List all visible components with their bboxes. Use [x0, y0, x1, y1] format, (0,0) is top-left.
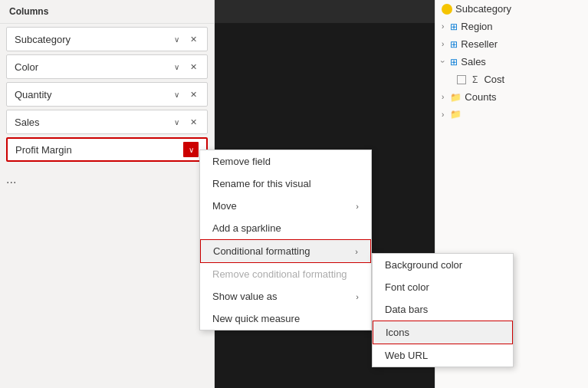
context-menu-secondary: Background color Font color Data bars Ic… — [372, 253, 514, 367]
field-item-extra[interactable]: › 📁 — [435, 106, 588, 123]
ellipsis-button[interactable]: ... — [6, 173, 16, 186]
chevron-subcategory[interactable]: ∨ — [169, 31, 184, 47]
column-item-color: Color ∨ ✕ — [6, 54, 208, 79]
table-icon-sales: ⊞ — [450, 57, 458, 67]
column-label-sales: Sales — [15, 117, 169, 128]
column-item-sales: Sales ∨ ✕ — [6, 110, 208, 134]
chevron-sales[interactable]: ∨ — [169, 114, 184, 130]
submenu-item-data-bars[interactable]: Data bars — [373, 298, 513, 321]
chevron-profit-margin[interactable]: ∨ — [183, 142, 199, 157]
arrow-show-value: › — [356, 292, 359, 301]
arrow-conditional: › — [355, 247, 358, 256]
expand-icon-sales: › — [439, 61, 447, 63]
field-label-region: Region — [461, 21, 492, 32]
chevron-color[interactable]: ∨ — [169, 59, 184, 74]
submenu-item-web-url[interactable]: Web URL — [373, 344, 513, 367]
field-item-cost[interactable]: Σ Cost — [435, 71, 588, 88]
table-icon-region: ⊞ — [450, 21, 458, 32]
field-label-cost: Cost — [484, 74, 504, 85]
field-item-reseller[interactable]: › ⊞ Reseller — [435, 35, 588, 53]
checked-icon-subcategory — [442, 4, 452, 15]
column-item-quantity: Quantity ∨ ✕ — [6, 82, 208, 107]
column-item-profit-margin: Profit Margin ∨ — [6, 137, 208, 162]
expand-icon-extra: › — [442, 110, 444, 119]
column-actions-subcategory: ∨ ✕ — [169, 31, 199, 47]
context-menu-primary: Remove field Rename for this visual Move… — [199, 150, 372, 330]
column-label-color: Color — [15, 61, 169, 73]
expand-icon-counts: › — [442, 93, 444, 101]
chevron-quantity[interactable]: ∨ — [169, 87, 184, 102]
field-item-sales[interactable]: › ⊞ Sales — [435, 53, 588, 71]
column-label-quantity: Quantity — [15, 89, 169, 100]
column-item-subcategory: Subcategory ∨ ✕ — [6, 27, 208, 51]
expand-icon-reseller: › — [442, 40, 444, 48]
submenu-item-icons[interactable]: Icons — [373, 321, 513, 344]
close-subcategory[interactable]: ✕ — [187, 33, 199, 45]
folder-icon-counts: 📁 — [450, 92, 462, 103]
submenu-item-font-color[interactable]: Font color — [373, 276, 513, 298]
menu-item-rename[interactable]: Rename for this visual — [200, 173, 371, 195]
main-container: Columns Subcategory ∨ ✕ Color ∨ ✕ Quanti… — [0, 0, 588, 388]
columns-header: Columns — [0, 0, 214, 24]
menu-item-conditional-formatting[interactable]: Conditional formatting › — [200, 239, 371, 263]
field-label-counts: Counts — [465, 91, 496, 103]
menu-item-remove-field[interactable]: Remove field — [200, 150, 371, 173]
field-item-counts[interactable]: › 📁 Counts — [435, 88, 588, 106]
close-sales[interactable]: ✕ — [187, 116, 199, 128]
menu-item-show-value-as[interactable]: Show value as › — [200, 285, 371, 307]
column-label-profit-margin: Profit Margin — [15, 144, 183, 156]
field-label-reseller: Reseller — [461, 38, 498, 50]
close-quantity[interactable]: ✕ — [187, 88, 199, 100]
expand-icon-region: › — [442, 22, 444, 31]
menu-item-add-sparkline[interactable]: Add a sparkline — [200, 217, 371, 239]
column-label-subcategory: Subcategory — [15, 34, 169, 45]
field-item-subcategory[interactable]: Subcategory — [435, 0, 588, 18]
table-icon-reseller: ⊞ — [450, 39, 458, 50]
arrow-move: › — [356, 202, 359, 211]
left-panel: Columns Subcategory ∨ ✕ Color ∨ ✕ Quanti… — [0, 0, 215, 388]
column-actions-sales: ∨ ✕ — [169, 114, 199, 130]
column-actions-profit-margin: ∨ — [183, 142, 199, 157]
folder-icon-extra: 📁 — [450, 109, 462, 120]
menu-item-move[interactable]: Move › — [200, 195, 371, 217]
close-color[interactable]: ✕ — [187, 61, 199, 73]
menu-item-new-quick-measure[interactable]: New quick measure — [200, 307, 371, 330]
sigma-icon-cost: Σ — [472, 74, 478, 85]
field-label-subcategory: Subcategory — [455, 3, 511, 15]
checked-icon-cost — [457, 75, 466, 84]
menu-item-remove-conditional: Remove conditional formatting — [200, 263, 371, 285]
column-actions-quantity: ∨ ✕ — [169, 87, 199, 102]
column-actions-color: ∨ ✕ — [169, 59, 199, 74]
field-item-region[interactable]: › ⊞ Region — [435, 18, 588, 35]
field-label-sales: Sales — [461, 56, 486, 67]
submenu-item-background-color[interactable]: Background color — [373, 254, 513, 276]
